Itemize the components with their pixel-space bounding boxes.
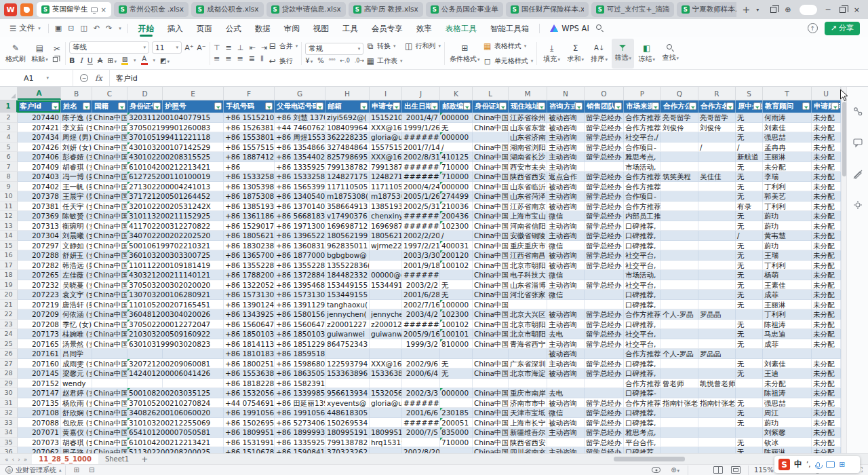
cell-Q6[interactable] — [661, 152, 698, 162]
cell-A33[interactable]: 207088 — [18, 418, 61, 428]
cell-A23[interactable]: 207208 — [18, 320, 61, 330]
col-header-D[interactable]: D — [127, 87, 163, 100]
cell-M29[interactable] — [509, 379, 547, 389]
cell-O35[interactable]: 留学总经办 — [585, 438, 624, 448]
cell-Q17[interactable] — [661, 261, 698, 271]
cell-Q2[interactable]: 亮哥留学 — [661, 113, 698, 123]
cell-L32[interactable]: China中国 — [473, 408, 509, 418]
row-header-12[interactable]: 12 — [0, 211, 18, 221]
cell-D31[interactable]: 370105200210270824 — [127, 398, 163, 408]
cell-G8[interactable]: +86 1533258500( — [275, 172, 326, 182]
cell-O23[interactable]: 留学总经办 — [585, 320, 624, 330]
cell-B36[interactable]: 周子路 (女 — [61, 447, 92, 453]
cell-Q18[interactable] — [661, 270, 698, 280]
cell-D27[interactable]: 320721200209060081 — [127, 359, 163, 369]
cell-P4[interactable]: 社交平台,/ — [624, 132, 661, 142]
cell-S3[interactable]: 无 — [736, 123, 763, 133]
cell-L34[interactable]: China中国 — [473, 428, 509, 438]
cell-J11[interactable]: 2002/5/31 — [402, 202, 440, 212]
cell-D32[interactable]: 340826200106060020 — [127, 408, 163, 418]
close-icon[interactable]: × — [854, 6, 860, 14]
cell-R34[interactable] — [698, 428, 736, 438]
cell-P6[interactable]: 雅思考点, — [624, 152, 661, 162]
cell-P9[interactable]: 合作方推荐 — [624, 182, 661, 192]
filter-button-G[interactable] — [316, 102, 323, 110]
cell-U30[interactable]: 未分配 — [812, 388, 841, 398]
filter-button-A[interactable] — [52, 102, 59, 110]
cell-J36[interactable]: 2002/8/20 — [402, 447, 440, 453]
cell-T20[interactable]: 成菲 — [763, 290, 812, 300]
cell-H32[interactable]: 448618305 — [326, 408, 370, 418]
cell-U19[interactable]: 未分配 — [812, 280, 841, 290]
cell-J14[interactable]: 2002/2/20 — [402, 231, 440, 241]
cell-I22[interactable]: jennychen( — [370, 309, 402, 320]
table-style-button[interactable]: ▦表格样式▾ — [483, 40, 534, 52]
cell-D7[interactable]: 610104200212213421 — [127, 162, 163, 172]
menu-tab-效率[interactable]: 效率 — [410, 20, 439, 37]
cell-Q3[interactable]: 刘俊伶 — [661, 123, 698, 133]
cell-K24[interactable]: 100101 — [440, 329, 473, 339]
cell-R4[interactable] — [698, 132, 736, 142]
cell-J5[interactable]: 2001/7/14 — [402, 142, 440, 153]
cell-Q28[interactable] — [661, 368, 698, 379]
cell-N25[interactable]: 主动咨询 — [547, 339, 585, 349]
cell-L9[interactable]: China中国 — [473, 182, 509, 192]
cell-L6[interactable]: China中国 — [473, 152, 509, 162]
cell-T21[interactable]: 王丽淋 — [763, 300, 812, 310]
cell-G30[interactable]: +86 1339985047! — [275, 388, 326, 398]
align-center-icon[interactable]: ≡ — [225, 54, 231, 63]
cell-U29[interactable]: 未分配 — [812, 379, 841, 389]
cell-T11[interactable]: 丁利利 — [763, 202, 812, 212]
zoom-level[interactable]: 115% — [752, 466, 776, 474]
cell-O30[interactable] — [585, 388, 624, 398]
cell-O11[interactable]: 留学总经办 — [585, 202, 624, 212]
cell-T6[interactable]: 王丽淋 — [763, 152, 812, 162]
cell-T22[interactable]: 丁利利 — [763, 309, 812, 320]
cell-T33[interactable]: 蔚玏 — [763, 418, 812, 428]
cell-K6[interactable]: 410125 — [440, 152, 473, 162]
cell-C33[interactable]: China中国 — [92, 418, 127, 428]
cell-F5[interactable]: +86 15575158: — [224, 142, 275, 153]
document-tab[interactable]: S国任财产保险样本.x — [506, 2, 589, 17]
cell-C20[interactable]: China中国 — [92, 290, 127, 300]
cell-J32[interactable]: 2001/6/6 — [402, 408, 440, 418]
cell-U25[interactable]: 未分配 — [812, 339, 841, 349]
cell-C12[interactable]: China中国 — [92, 211, 127, 221]
cell-K4[interactable]: 000000 — [440, 132, 473, 142]
cell-F31[interactable]: +44 07546918: — [224, 398, 275, 408]
cell-P20[interactable]: 口碑推荐, — [624, 290, 661, 300]
cell-A11[interactable]: 207381 — [18, 202, 61, 212]
cell-A14[interactable]: 207304 — [18, 231, 61, 241]
cell-L29[interactable] — [473, 379, 509, 389]
col-header-J[interactable]: J — [402, 87, 440, 100]
cell-S13[interactable]: 无 — [736, 221, 763, 231]
quick-access-caret-icon[interactable]: ▾ — [119, 26, 121, 31]
cell-G16[interactable]: +86 1877000215( — [275, 250, 326, 261]
cell-G3[interactable]: +44 7460762888 — [275, 123, 326, 133]
cell-S8[interactable]: 无 — [736, 172, 763, 182]
cell-U5[interactable]: 未分配 — [812, 142, 841, 153]
cell-N21[interactable] — [547, 300, 585, 310]
cell-P1[interactable]: 市场来源 — [624, 100, 661, 113]
cell-H14[interactable]: 180562199 — [326, 231, 370, 241]
cell-I19[interactable]: 15344915( — [370, 280, 402, 290]
cell-Q11[interactable] — [661, 202, 698, 212]
cell-N2[interactable]: 被动咨询 — [547, 113, 585, 123]
cell-L13[interactable]: China中国 — [473, 221, 509, 231]
cell-Q32[interactable] — [661, 408, 698, 418]
copy-icon[interactable] — [53, 57, 58, 62]
document-tab[interactable]: S英国留学生× — [37, 2, 111, 17]
cell-G11[interactable]: +86 1370140948( — [275, 202, 326, 212]
cell-Q29[interactable]: 曾老师 — [661, 379, 698, 389]
cell-S24[interactable]: 无 — [736, 329, 763, 339]
cell-O31[interactable]: 留学总经办 — [585, 398, 624, 408]
cell-S14[interactable]: / — [736, 231, 763, 241]
cell-L26[interactable] — [473, 349, 509, 359]
cell-I36[interactable] — [370, 447, 402, 453]
cell-N8[interactable]: 返点合作 — [547, 172, 585, 182]
cell-M9[interactable]: 山东省临沂 — [509, 182, 547, 192]
cell-B16[interactable]: 舒妍玉 (女 — [61, 250, 92, 261]
cell-F17[interactable]: +86 13552283( — [224, 261, 275, 271]
document-tab[interactable]: S可过_支付宝+_滴滴 — [591, 2, 674, 17]
cell-U4[interactable]: 未分配 — [812, 132, 841, 142]
